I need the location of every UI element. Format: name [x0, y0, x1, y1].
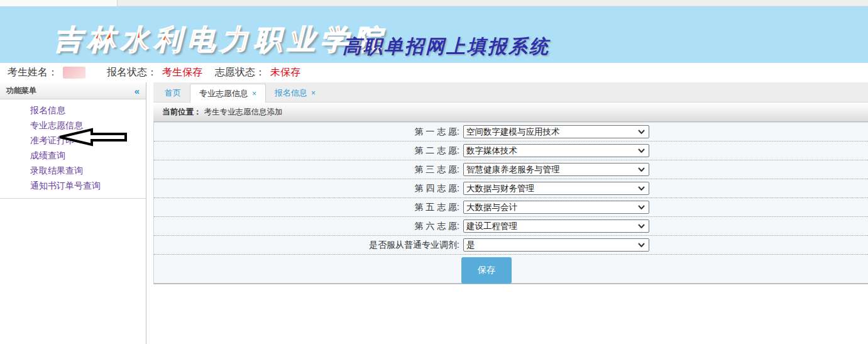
college-title: 吉林水利电力职业学院	[54, 21, 387, 58]
form-row-wish-6: 第 六 志 愿: 建设工程管理	[154, 217, 868, 236]
wish-1-label: 第 一 志 愿:	[154, 126, 459, 138]
menu-item-score-query[interactable]: 成绩查询	[0, 148, 146, 163]
chevron-down-icon	[638, 224, 645, 228]
wish-5-value: 大数据与会计	[466, 202, 517, 213]
main-content: 首页 专业志愿信息 × 报名信息 × 当前位置： 考生专业志愿信息添加 第 一 …	[153, 82, 868, 344]
wish-5-label: 第 五 志 愿:	[154, 202, 459, 213]
tab-bar: 首页 专业志愿信息 × 报名信息 ×	[153, 82, 868, 103]
function-menu-title: 功能菜单	[6, 86, 36, 96]
adjustment-label: 是否服从普通专业调剂:	[154, 240, 459, 251]
menu-item-registration-info[interactable]: 报名信息	[0, 103, 146, 118]
annotation-arrow-icon	[58, 127, 128, 147]
wish-status-value: 未保存	[270, 66, 300, 79]
registration-status-label: 报名状态：	[107, 66, 157, 79]
site-banner: 吉林水利电力职业学院 高职单招网上填报系统	[0, 6, 868, 63]
chevron-down-icon	[638, 205, 645, 209]
adjustment-select[interactable]: 是	[463, 238, 649, 252]
wish-1-select[interactable]: 空间数字建模与应用技术	[463, 125, 649, 138]
adjustment-value: 是	[466, 240, 475, 251]
breadcrumb: 当前位置： 考生专业志愿信息添加	[153, 103, 868, 122]
chevron-down-icon	[638, 148, 645, 153]
wish-form-panel: 第 一 志 愿: 空间数字建模与应用技术 第 二 志 愿: 数字媒体技术 第 三…	[153, 122, 868, 284]
wish-2-select[interactable]: 数字媒体技术	[463, 144, 649, 157]
breadcrumb-value: 考生专业志愿信息添加	[204, 107, 283, 118]
tab-label: 首页	[165, 84, 181, 102]
form-row-wish-1: 第 一 志 愿: 空间数字建模与应用技术	[154, 123, 868, 141]
form-row-wish-2: 第 二 志 愿: 数字媒体技术	[154, 141, 868, 160]
wish-2-label: 第 二 志 愿:	[154, 145, 459, 157]
tab-major-wish-info[interactable]: 专业志愿信息 ×	[190, 84, 266, 103]
wish-6-select[interactable]: 建设工程管理	[463, 219, 649, 233]
status-bar: 考生姓名： 报名状态： 考生保存 志愿状态： 未保存	[0, 63, 868, 82]
wish-4-select[interactable]: 大数据与财务管理	[463, 182, 649, 195]
form-row-wish-3: 第 三 志 愿: 智慧健康养老服务与管理	[154, 160, 868, 179]
registration-status-value: 考生保存	[162, 66, 202, 79]
wish-4-value: 大数据与财务管理	[466, 183, 534, 194]
wish-1-value: 空间数字建模与应用技术	[466, 126, 560, 138]
form-row-wish-5: 第 五 志 愿: 大数据与会计	[154, 198, 868, 217]
function-menu-header: 功能菜单 «	[0, 82, 146, 99]
function-menu-list: 报名信息 专业志愿信息 准考证打印 成绩查询 录取结果查询 通知书订单号查询	[0, 99, 146, 199]
tab-label: 专业志愿信息	[199, 85, 248, 103]
save-button[interactable]: 保存	[461, 257, 512, 284]
form-row-adjustment: 是否服从普通专业调剂: 是	[154, 236, 868, 255]
menu-item-notice-order-query[interactable]: 通知书订单号查询	[0, 178, 146, 193]
tab-close-icon[interactable]: ×	[252, 85, 256, 103]
tab-registration-info[interactable]: 报名信息 ×	[266, 84, 324, 102]
candidate-name-label: 考生姓名：	[8, 66, 58, 79]
chevron-down-icon	[638, 186, 645, 191]
function-menu-panel: 功能菜单 « 报名信息 专业志愿信息 准考证打印 成绩查询 录取结果查询 通知书…	[0, 82, 146, 344]
menu-item-admission-result-query[interactable]: 录取结果查询	[0, 163, 146, 178]
wish-3-label: 第 三 志 愿:	[154, 164, 459, 175]
wish-2-value: 数字媒体技术	[466, 145, 517, 157]
tab-home[interactable]: 首页	[156, 84, 190, 102]
wish-3-value: 智慧健康养老服务与管理	[466, 164, 560, 175]
tab-close-icon[interactable]: ×	[311, 84, 316, 102]
wish-4-label: 第 四 志 愿:	[154, 183, 459, 194]
wish-5-select[interactable]: 大数据与会计	[463, 201, 649, 214]
wish-3-select[interactable]: 智慧健康养老服务与管理	[463, 163, 649, 176]
wish-6-label: 第 六 志 愿:	[154, 221, 459, 232]
collapse-panel-icon[interactable]: «	[135, 86, 140, 96]
browser-chrome-strip	[0, 0, 868, 6]
breadcrumb-label: 当前位置：	[162, 107, 202, 118]
candidate-name-redacted	[63, 67, 85, 79]
browser-tab-remnant	[0, 0, 118, 6]
chevron-down-icon	[638, 167, 645, 172]
system-title: 高职单招网上填报系统	[343, 34, 550, 60]
chevron-down-icon	[638, 130, 645, 134]
tab-label: 报名信息	[275, 84, 307, 102]
form-button-row: 保存	[154, 255, 868, 285]
wish-6-value: 建设工程管理	[466, 221, 517, 232]
wish-status-label: 志愿状态：	[215, 66, 265, 79]
form-row-wish-4: 第 四 志 愿: 大数据与财务管理	[154, 179, 868, 198]
chevron-down-icon	[638, 243, 645, 247]
